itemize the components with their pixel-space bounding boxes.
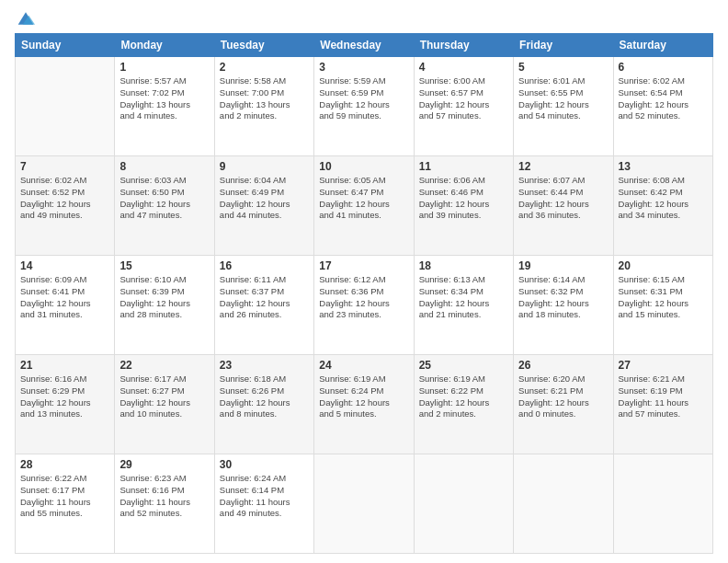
calendar-cell: 21Sunrise: 6:16 AMSunset: 6:29 PMDayligh… <box>16 355 115 454</box>
day-info: Sunrise: 6:02 AMSunset: 6:52 PMDaylight:… <box>20 175 109 222</box>
day-info: Sunrise: 6:21 AMSunset: 6:19 PMDaylight:… <box>619 373 708 420</box>
day-info: Sunrise: 6:04 AMSunset: 6:49 PMDaylight:… <box>220 175 309 222</box>
day-info: Sunrise: 6:11 AMSunset: 6:37 PMDaylight:… <box>220 274 309 321</box>
calendar-week-row: 1Sunrise: 5:57 AMSunset: 7:02 PMDaylight… <box>16 57 713 156</box>
day-number: 2 <box>220 61 309 74</box>
day-info: Sunrise: 6:17 AMSunset: 6:27 PMDaylight:… <box>119 373 209 420</box>
day-info: Sunrise: 6:07 AMSunset: 6:44 PMDaylight:… <box>518 175 608 222</box>
day-number: 10 <box>319 160 408 173</box>
day-info: Sunrise: 6:05 AMSunset: 6:47 PMDaylight:… <box>319 175 408 222</box>
day-number: 7 <box>20 160 109 173</box>
calendar-cell: 30Sunrise: 6:24 AMSunset: 6:14 PMDayligh… <box>214 454 313 554</box>
calendar-cell <box>514 454 613 554</box>
day-number: 26 <box>518 359 608 372</box>
calendar-cell: 13Sunrise: 6:08 AMSunset: 6:42 PMDayligh… <box>613 156 712 256</box>
day-info: Sunrise: 6:10 AMSunset: 6:39 PMDaylight:… <box>119 274 209 321</box>
day-number: 5 <box>518 61 608 74</box>
calendar-cell: 28Sunrise: 6:22 AMSunset: 6:17 PMDayligh… <box>16 454 115 554</box>
calendar-header-saturday: Saturday <box>613 34 712 57</box>
calendar-cell: 6Sunrise: 6:02 AMSunset: 6:54 PMDaylight… <box>613 57 712 156</box>
day-number: 18 <box>419 259 508 272</box>
day-info: Sunrise: 6:22 AMSunset: 6:17 PMDaylight:… <box>20 473 109 520</box>
day-info: Sunrise: 6:08 AMSunset: 6:42 PMDaylight:… <box>619 175 708 222</box>
day-number: 24 <box>319 359 408 372</box>
day-number: 12 <box>518 160 608 173</box>
day-info: Sunrise: 6:09 AMSunset: 6:41 PMDaylight:… <box>20 274 109 321</box>
day-info: Sunrise: 5:57 AMSunset: 7:02 PMDaylight:… <box>119 75 209 122</box>
day-info: Sunrise: 6:14 AMSunset: 6:32 PMDaylight:… <box>518 274 608 321</box>
day-info: Sunrise: 6:19 AMSunset: 6:24 PMDaylight:… <box>319 373 408 420</box>
day-info: Sunrise: 6:24 AMSunset: 6:14 PMDaylight:… <box>220 473 309 520</box>
calendar-cell: 10Sunrise: 6:05 AMSunset: 6:47 PMDayligh… <box>314 156 414 256</box>
day-number: 17 <box>319 259 408 272</box>
day-number: 14 <box>20 259 109 272</box>
calendar-cell: 12Sunrise: 6:07 AMSunset: 6:44 PMDayligh… <box>514 156 613 256</box>
calendar-cell: 18Sunrise: 6:13 AMSunset: 6:34 PMDayligh… <box>414 256 513 355</box>
calendar-header-thursday: Thursday <box>414 34 513 57</box>
calendar-cell <box>613 454 712 554</box>
day-number: 6 <box>619 61 708 74</box>
day-info: Sunrise: 6:19 AMSunset: 6:22 PMDaylight:… <box>419 373 508 420</box>
day-number: 23 <box>220 359 309 372</box>
day-info: Sunrise: 6:18 AMSunset: 6:26 PMDaylight:… <box>220 373 309 420</box>
day-info: Sunrise: 6:20 AMSunset: 6:21 PMDaylight:… <box>518 373 608 420</box>
day-number: 19 <box>518 259 608 272</box>
calendar-cell: 29Sunrise: 6:23 AMSunset: 6:16 PMDayligh… <box>115 454 214 554</box>
calendar-cell: 4Sunrise: 6:00 AMSunset: 6:57 PMDaylight… <box>414 57 513 156</box>
day-info: Sunrise: 6:01 AMSunset: 6:55 PMDaylight:… <box>518 75 608 122</box>
day-number: 20 <box>619 259 708 272</box>
day-info: Sunrise: 6:15 AMSunset: 6:31 PMDaylight:… <box>619 274 708 321</box>
calendar-cell: 17Sunrise: 6:12 AMSunset: 6:36 PMDayligh… <box>314 256 414 355</box>
day-number: 28 <box>20 458 109 471</box>
day-number: 22 <box>119 359 209 372</box>
logo-icon <box>17 9 35 28</box>
calendar-cell: 20Sunrise: 6:15 AMSunset: 6:31 PMDayligh… <box>613 256 712 355</box>
calendar-header-friday: Friday <box>514 34 613 57</box>
day-number: 30 <box>220 458 309 471</box>
calendar-cell: 7Sunrise: 6:02 AMSunset: 6:52 PMDaylight… <box>16 156 115 256</box>
calendar-cell: 1Sunrise: 5:57 AMSunset: 7:02 PMDaylight… <box>115 57 214 156</box>
day-number: 8 <box>119 160 209 173</box>
calendar-cell: 22Sunrise: 6:17 AMSunset: 6:27 PMDayligh… <box>115 355 214 454</box>
calendar-cell: 5Sunrise: 6:01 AMSunset: 6:55 PMDaylight… <box>514 57 613 156</box>
calendar-table: SundayMondayTuesdayWednesdayThursdayFrid… <box>15 33 713 554</box>
day-number: 27 <box>619 359 708 372</box>
calendar-cell: 19Sunrise: 6:14 AMSunset: 6:32 PMDayligh… <box>514 256 613 355</box>
day-info: Sunrise: 6:16 AMSunset: 6:29 PMDaylight:… <box>20 373 109 420</box>
calendar-week-row: 7Sunrise: 6:02 AMSunset: 6:52 PMDaylight… <box>16 156 713 256</box>
calendar-week-row: 14Sunrise: 6:09 AMSunset: 6:41 PMDayligh… <box>16 256 713 355</box>
page: SundayMondayTuesdayWednesdayThursdayFrid… <box>0 0 728 563</box>
calendar-header-row: SundayMondayTuesdayWednesdayThursdayFrid… <box>16 34 713 57</box>
day-number: 29 <box>119 458 209 471</box>
calendar-cell: 25Sunrise: 6:19 AMSunset: 6:22 PMDayligh… <box>414 355 513 454</box>
day-info: Sunrise: 5:58 AMSunset: 7:00 PMDaylight:… <box>220 75 309 122</box>
calendar-cell: 27Sunrise: 6:21 AMSunset: 6:19 PMDayligh… <box>613 355 712 454</box>
calendar-header-wednesday: Wednesday <box>314 34 414 57</box>
calendar-cell: 26Sunrise: 6:20 AMSunset: 6:21 PMDayligh… <box>514 355 613 454</box>
calendar-header-sunday: Sunday <box>16 34 115 57</box>
calendar-cell <box>414 454 513 554</box>
calendar-cell: 2Sunrise: 5:58 AMSunset: 7:00 PMDaylight… <box>214 57 313 156</box>
day-info: Sunrise: 6:13 AMSunset: 6:34 PMDaylight:… <box>419 274 508 321</box>
calendar-cell: 3Sunrise: 5:59 AMSunset: 6:59 PMDaylight… <box>314 57 414 156</box>
day-info: Sunrise: 6:03 AMSunset: 6:50 PMDaylight:… <box>119 175 209 222</box>
calendar-cell: 16Sunrise: 6:11 AMSunset: 6:37 PMDayligh… <box>214 256 313 355</box>
calendar-cell: 15Sunrise: 6:10 AMSunset: 6:39 PMDayligh… <box>115 256 214 355</box>
day-number: 13 <box>619 160 708 173</box>
day-info: Sunrise: 6:12 AMSunset: 6:36 PMDaylight:… <box>319 274 408 321</box>
calendar-week-row: 21Sunrise: 6:16 AMSunset: 6:29 PMDayligh… <box>16 355 713 454</box>
calendar-cell: 23Sunrise: 6:18 AMSunset: 6:26 PMDayligh… <box>214 355 313 454</box>
day-info: Sunrise: 6:02 AMSunset: 6:54 PMDaylight:… <box>619 75 708 122</box>
calendar-header-tuesday: Tuesday <box>214 34 313 57</box>
calendar-cell <box>314 454 414 554</box>
calendar-cell: 11Sunrise: 6:06 AMSunset: 6:46 PMDayligh… <box>414 156 513 256</box>
calendar-week-row: 28Sunrise: 6:22 AMSunset: 6:17 PMDayligh… <box>16 454 713 554</box>
day-number: 16 <box>220 259 309 272</box>
calendar-cell: 14Sunrise: 6:09 AMSunset: 6:41 PMDayligh… <box>16 256 115 355</box>
day-number: 25 <box>419 359 508 372</box>
logo <box>15 11 35 26</box>
day-number: 1 <box>119 61 209 74</box>
calendar-cell <box>16 57 115 156</box>
day-info: Sunrise: 6:00 AMSunset: 6:57 PMDaylight:… <box>419 75 508 122</box>
day-number: 3 <box>319 61 408 74</box>
